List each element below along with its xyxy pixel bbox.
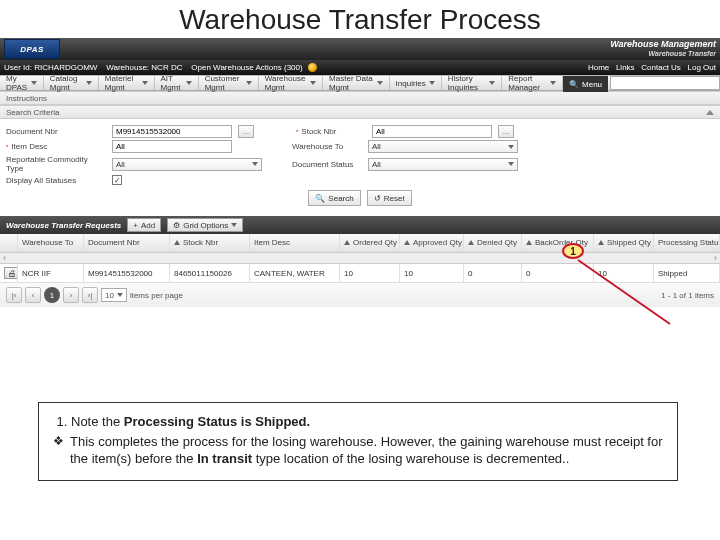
cell-approved-qty: 10 — [400, 264, 464, 282]
grid-header-row: Warehouse To Document Nbr Stock Nbr Item… — [0, 234, 720, 252]
nav-masterdata[interactable]: Master Data Mgmt — [323, 76, 389, 90]
add-button[interactable]: + Add — [127, 218, 161, 232]
nav-contact-link[interactable]: Contact Us — [641, 63, 681, 72]
nav-report[interactable]: Report Manager — [502, 76, 563, 90]
print-button[interactable]: 🖨 Print - 348 — [4, 267, 18, 279]
cell-warehouse-to: NCR IIF — [18, 264, 84, 282]
criteria-section-header[interactable]: Search Criteria — [0, 105, 720, 119]
display-all-checkbox[interactable]: ✓ — [112, 175, 122, 185]
stock-nbr-input[interactable] — [372, 125, 492, 138]
caret-down-icon — [186, 81, 192, 85]
doc-status-select[interactable]: All — [368, 158, 518, 171]
sort-asc-icon — [468, 240, 474, 245]
nav-inquiries[interactable]: Inquiries — [390, 76, 442, 90]
user-info-bar: User Id: RICHARDGOMW Warehouse: NCR DC O… — [0, 60, 720, 75]
alert-icon[interactable] — [308, 63, 317, 72]
col-warehouse-to[interactable]: Warehouse To — [18, 234, 84, 251]
nav-logout-link[interactable]: Log Out — [688, 63, 716, 72]
warehouse-to-select[interactable]: All — [368, 140, 518, 153]
horizontal-scrollbar[interactable]: ‹ › — [0, 252, 720, 264]
caret-down-icon — [508, 162, 514, 166]
pager-last-button[interactable]: ›| — [82, 287, 98, 303]
scroll-right-icon[interactable]: › — [714, 253, 717, 263]
user-id-value: RICHARDGOMW — [34, 63, 97, 72]
pager-first-button[interactable]: |‹ — [6, 287, 22, 303]
cell-item-desc: CANTEEN, WATER — [250, 264, 340, 282]
slide-title: Warehouse Transfer Process — [0, 0, 720, 38]
caret-down-icon — [252, 162, 258, 166]
nav-ait[interactable]: AIT Mgmt — [155, 76, 199, 90]
rep-type-select[interactable]: All — [112, 158, 262, 171]
col-stock-nbr[interactable]: Stock Nbr — [170, 234, 250, 251]
col-select[interactable] — [0, 234, 18, 251]
menu-button[interactable]: 🔍 Menu — [563, 76, 608, 92]
item-desc-label: * Item Desc — [6, 142, 106, 151]
rep-type-label: Reportable Commodity Type — [6, 155, 106, 173]
sort-asc-icon — [174, 240, 180, 245]
sort-asc-icon — [598, 240, 604, 245]
warehouse-to-label: Warehouse To — [292, 142, 362, 151]
grid-title-bar: Warehouse Transfer Requests + Add ⚙ Grid… — [0, 216, 720, 234]
display-all-label: Display All Statuses — [6, 176, 106, 185]
open-actions-link[interactable]: Open Warehouse Actions (300) — [191, 63, 302, 72]
required-icon: * — [296, 129, 298, 135]
scroll-left-icon[interactable]: ‹ — [3, 253, 6, 263]
item-desc-input[interactable] — [112, 140, 232, 153]
results-grid: Warehouse To Document Nbr Stock Nbr Item… — [0, 234, 720, 307]
pager-next-button[interactable]: › — [63, 287, 79, 303]
nav-home-link[interactable]: Home — [588, 63, 609, 72]
caret-down-icon — [117, 293, 123, 297]
cell-shipped-qty: 10 — [594, 264, 654, 282]
required-icon: * — [6, 144, 8, 150]
printer-icon: 🖨 — [8, 269, 16, 278]
caret-down-icon — [31, 81, 37, 85]
reset-button[interactable]: ↺ Reset — [367, 190, 412, 206]
cell-denied-qty: 0 — [464, 264, 522, 282]
nav-history[interactable]: History Inquiries — [442, 76, 502, 90]
per-page-select[interactable]: 10 — [101, 288, 127, 302]
pager-count-text: 1 - 1 of 1 items — [661, 291, 714, 300]
warehouse-value: NCR DC — [151, 63, 182, 72]
instructions-section-header[interactable]: Instructions — [0, 91, 720, 105]
col-document-nbr[interactable]: Document Nbr — [84, 234, 170, 251]
col-shipped-qty[interactable]: Shipped Qty — [594, 234, 654, 251]
nav-materiel[interactable]: Materiel Mgmt — [99, 76, 155, 90]
global-search-input[interactable] — [610, 76, 720, 90]
doc-nbr-lookup-button[interactable]: ... — [238, 125, 254, 138]
warehouse-label: Warehouse: — [106, 63, 149, 72]
search-icon: 🔍 — [315, 194, 325, 203]
sort-asc-icon — [404, 240, 410, 245]
pager-prev-button[interactable]: ‹ — [25, 287, 41, 303]
doc-nbr-input[interactable] — [112, 125, 232, 138]
caret-down-icon — [231, 223, 237, 227]
pager: |‹ ‹ 1 › ›| 10 items per page 1 - 1 of 1… — [0, 283, 720, 307]
cell-ordered-qty: 10 — [340, 264, 400, 282]
caret-down-icon — [86, 81, 92, 85]
nav-warehouse[interactable]: Warehouse Mgmt — [259, 76, 323, 90]
col-processing-status[interactable]: Processing Status — [654, 234, 720, 251]
table-row[interactable]: 🖨 Print - 348 NCR IIF M9914515532000 846… — [0, 264, 720, 283]
col-denied-qty[interactable]: Denied Qty — [464, 234, 522, 251]
col-item-desc[interactable]: Item Desc — [250, 234, 340, 251]
col-approved-qty[interactable]: Approved Qty — [400, 234, 464, 251]
main-nav: My DPAS Catalog Mgmt Materiel Mgmt AIT M… — [0, 75, 720, 91]
caret-down-icon — [310, 81, 316, 85]
nav-catalog[interactable]: Catalog Mgmt — [44, 76, 99, 90]
sort-asc-icon — [344, 240, 350, 245]
grid-options-button[interactable]: ⚙ Grid Options — [167, 218, 243, 232]
nav-mydpas[interactable]: My DPAS — [0, 76, 44, 90]
user-id-label: User Id: — [4, 63, 32, 72]
doc-status-label: Document Status — [292, 160, 362, 169]
module-subtitle: Warehouse Transfer — [610, 49, 716, 59]
per-page-label: items per page — [130, 291, 183, 300]
nav-links-link[interactable]: Links — [616, 63, 635, 72]
caret-down-icon — [508, 145, 514, 149]
stock-nbr-lookup-button[interactable]: ... — [498, 125, 514, 138]
search-button[interactable]: 🔍 Search — [308, 190, 360, 206]
col-ordered-qty[interactable]: Ordered Qty — [340, 234, 400, 251]
app-screenshot: DPAS Warehouse Management Warehouse Tran… — [0, 38, 720, 307]
callout-1-badge: 1 — [562, 243, 584, 259]
nav-customer[interactable]: Customer Mgmt — [199, 76, 259, 90]
cell-document-nbr: M9914515532000 — [84, 264, 170, 282]
doc-nbr-label: Document Nbr — [6, 127, 106, 136]
